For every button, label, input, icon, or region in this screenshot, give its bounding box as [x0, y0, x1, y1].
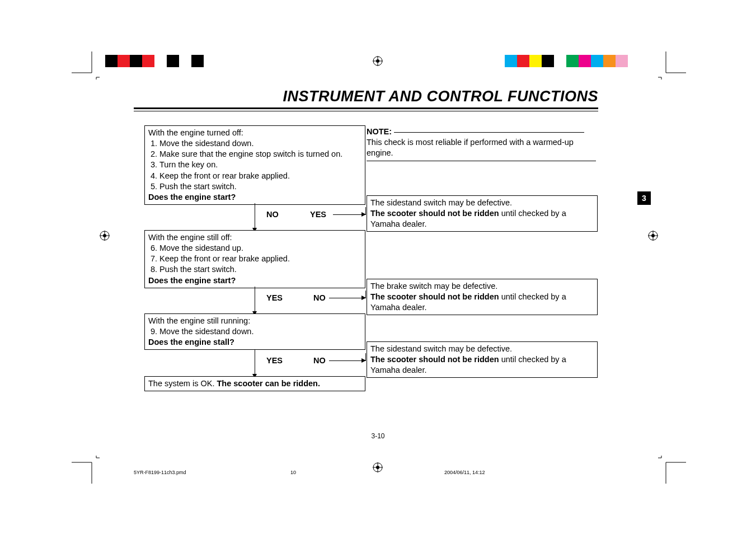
result2-box: The brake switch may be defective. The s… — [367, 279, 598, 315]
result1-line1: The sidestand switch may be defective. — [370, 198, 594, 208]
color-bar-right — [505, 55, 652, 67]
list-item: Make sure that the engine stop switch is… — [159, 149, 361, 160]
crop-mark-icon — [658, 456, 686, 484]
list-item: Push the start switch. — [159, 181, 361, 192]
connector — [255, 349, 255, 376]
step3-no: NO — [313, 356, 326, 365]
list-item: Move the sidestand down. — [159, 326, 361, 337]
step1-intro: With the engine turned off: — [148, 128, 361, 138]
registration-mark-icon — [100, 231, 110, 241]
result2-bold: The scooter should not be ridden — [370, 292, 501, 301]
connector — [329, 360, 366, 361]
result-ok-prefix: The system is OK. — [148, 379, 217, 388]
footer: 5YR-F8199-11ch3.pmd 10 2004/06/11, 14:12 — [134, 467, 598, 468]
step1-box: With the engine turned off: Move the sid… — [144, 125, 365, 205]
step3-yes: YES — [266, 356, 283, 365]
page-number: 3-10 — [371, 432, 384, 440]
arrow-right-icon — [361, 296, 366, 300]
list-item: Push the start switch. — [159, 264, 361, 275]
title-rule — [134, 111, 598, 111]
connector — [255, 287, 255, 313]
connector — [255, 203, 255, 230]
result3-bold: The scooter should not be ridden — [370, 355, 501, 364]
arrow-right-icon — [361, 358, 366, 363]
note-block: NOTE: This check is most reliable if per… — [367, 127, 602, 161]
crop-mark-icon — [72, 51, 100, 79]
list-item: Keep the front or rear brake applied. — [159, 254, 361, 264]
note-text: This check is most reliable if performed… — [367, 137, 602, 158]
connector — [329, 298, 366, 298]
footer-date: 2004/06/11, 14:12 — [444, 470, 485, 475]
result2-line1: The brake switch may be defective. — [370, 281, 594, 292]
step2-box: With the engine still off: Move the side… — [144, 230, 365, 288]
step3-intro: With the engine still running: — [148, 316, 361, 326]
step1-no: NO — [266, 210, 279, 219]
result1-bold: The scooter should not be ridden — [370, 209, 501, 218]
note-rule — [394, 132, 584, 133]
registration-mark-icon — [648, 231, 658, 241]
footer-page: 10 — [290, 470, 296, 475]
list-item: Keep the front or rear brake applied. — [159, 171, 361, 181]
step2-intro: With the engine still off: — [148, 232, 361, 243]
step2-no: NO — [313, 293, 326, 302]
step1-question: Does the engine start? — [148, 193, 236, 202]
title-rule — [134, 107, 598, 109]
list-item: Turn the key on. — [159, 160, 361, 170]
list-item: Move the sidestand down. — [159, 138, 361, 149]
arrow-right-icon — [361, 212, 366, 217]
result-ok-bold: The scooter can be ridden. — [217, 379, 320, 388]
result-ok-box: The system is OK. The scooter can be rid… — [144, 376, 365, 391]
step3-list: Move the sidestand down. — [159, 326, 361, 337]
result3-line1: The sidestand switch may be defective. — [370, 344, 594, 354]
chapter-tab: 3 — [637, 191, 651, 205]
footer-file: 5YR-F8199-11ch3.pmd — [134, 470, 186, 475]
list-item: Move the sidestand up. — [159, 243, 361, 254]
registration-mark-icon — [373, 56, 383, 66]
note-rule — [367, 161, 596, 161]
page-title: INSTRUMENT AND CONTROL FUNCTIONS — [283, 88, 598, 105]
result3-box: The sidestand switch may be defective. T… — [367, 341, 598, 378]
crop-mark-icon — [72, 456, 100, 484]
step2-question: Does the engine start? — [148, 276, 236, 285]
step3-question: Does the engine stall? — [148, 338, 234, 346]
step2-list: Move the sidestand up.Keep the front or … — [159, 243, 361, 275]
step2-yes: YES — [266, 293, 283, 302]
crop-mark-icon — [658, 51, 686, 79]
step3-box: With the engine still running: Move the … — [144, 313, 365, 350]
step1-yes: YES — [310, 210, 326, 219]
result1-box: The sidestand switch may be defective. T… — [367, 195, 598, 232]
color-bar-left — [105, 55, 228, 67]
step1-list: Move the sidestand down.Make sure that t… — [159, 138, 361, 192]
note-label: NOTE: — [367, 127, 392, 137]
